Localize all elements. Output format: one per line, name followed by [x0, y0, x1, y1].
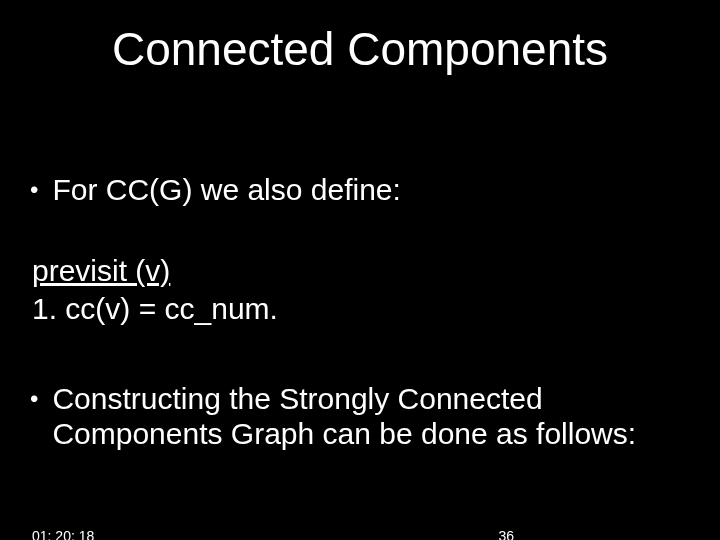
bullet-item-1: • For CC(G) we also define:	[30, 172, 431, 207]
bullet-2-text: Constructing the Strongly Connected Comp…	[52, 381, 690, 452]
bullet-dot-icon: •	[30, 176, 38, 204]
previsit-heading: previsit (v)	[32, 254, 170, 288]
timestamp: 01: 20: 18	[32, 528, 94, 540]
bullet-1-text: For CC(G) we also define:	[52, 172, 400, 207]
slide-title: Connected Components	[0, 22, 720, 76]
bullet-dot-icon: •	[30, 385, 38, 413]
bullet-item-2: • Constructing the Strongly Connected Co…	[30, 381, 720, 452]
page-number: 36	[498, 528, 514, 540]
slide: Connected Components • For CC(G) we also…	[0, 22, 720, 540]
cc-assignment-line: 1. cc(v) = cc_num.	[32, 292, 278, 326]
